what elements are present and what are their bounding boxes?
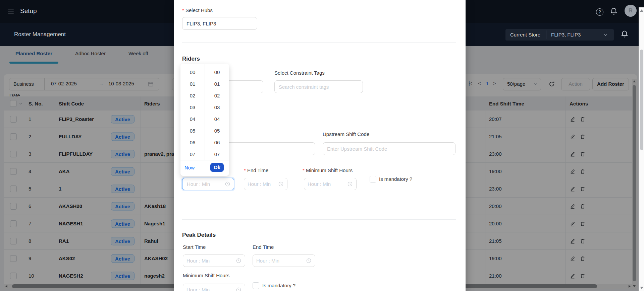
time-picker-footer: Now Ok	[180, 160, 229, 176]
divider	[546, 30, 546, 39]
clock-icon	[347, 181, 353, 187]
section-divider	[182, 219, 456, 220]
peak-min-shift-hours-input[interactable]: Hour : Min	[183, 284, 245, 291]
hour-option[interactable]: 01	[180, 78, 205, 90]
peak-start-placeholder: Hour : Min	[186, 258, 236, 264]
peak-is-mandatory-label: Is mandatory ?	[262, 283, 296, 288]
is-mandatory-label: Is mandatory ?	[379, 176, 412, 182]
app-title: Setup	[20, 7, 37, 15]
hour-option[interactable]: 02	[180, 90, 205, 101]
time-picker-dropdown: 0001020304050607 0001020304050607 Now Ok	[180, 64, 229, 176]
user-avatar[interactable]: R	[625, 5, 637, 17]
chevron-down-icon	[603, 32, 608, 38]
min-shift-hours-input[interactable]: Hour : Min	[304, 178, 357, 190]
peak-is-mandatory-checkbox[interactable]	[253, 282, 259, 289]
minute-option[interactable]: 02	[205, 90, 229, 101]
minute-option[interactable]: 03	[205, 101, 229, 113]
peak-details-heading: Peak Details	[182, 232, 216, 238]
peak-start-time-input[interactable]: Hour : Min	[183, 254, 245, 267]
hour-option[interactable]: 03	[180, 101, 205, 113]
peak-min-shift-hours-label: Minimum Shift Hours	[183, 273, 229, 278]
select-hubs-label: Select Hubs	[182, 7, 213, 13]
start-time-input[interactable]: Hour : Min	[182, 178, 234, 190]
select-hubs-input[interactable]	[182, 17, 257, 30]
store-bell-icon[interactable]	[621, 30, 629, 39]
clock-icon	[236, 258, 241, 264]
constraint-tags-input[interactable]	[274, 80, 363, 93]
help-icon[interactable]: ?	[596, 8, 603, 16]
section-divider	[182, 42, 456, 43]
peak-end-placeholder: Hour : Min	[256, 258, 306, 264]
current-store-value: FLIP3, FLIP3	[551, 32, 581, 38]
end-time-label: End Time	[244, 167, 268, 173]
hours-column: 0001020304050607	[180, 64, 205, 160]
minute-option[interactable]: 00	[205, 66, 229, 78]
end-time-placeholder: Hour : Min	[248, 181, 278, 187]
hour-option[interactable]: 00	[180, 66, 205, 78]
upstream-shift-code-input[interactable]	[323, 142, 455, 155]
modal-scrollbar[interactable]	[639, 7, 644, 291]
minute-option[interactable]: 06	[205, 137, 229, 148]
minute-option[interactable]: 04	[205, 113, 229, 125]
hour-option[interactable]: 05	[180, 125, 205, 137]
constraint-tags-label: Select Constraint Tags	[274, 70, 325, 76]
upstream-shift-code-label: Upstream Shift Code	[323, 131, 369, 137]
min-shift-hours-label: Minimum Shift Hours	[303, 167, 353, 173]
peak-start-time-label: Start Time	[183, 244, 206, 250]
minute-option[interactable]: 07	[205, 148, 229, 160]
notification-bell-icon[interactable]	[610, 7, 618, 16]
app-window: Setup ? R Roster Management Current Stor…	[0, 0, 644, 291]
current-store-label: Current Store	[510, 32, 540, 38]
text-caret	[186, 181, 186, 188]
peak-end-time-input[interactable]: Hour : Min	[253, 254, 315, 267]
clock-icon	[236, 287, 241, 291]
hour-option[interactable]: 07	[180, 148, 205, 160]
riders-heading: Riders	[182, 56, 200, 62]
start-time-placeholder: Hour : Min	[187, 181, 225, 187]
minutes-column: 0001020304050607	[205, 64, 229, 160]
minute-option[interactable]: 01	[205, 78, 229, 90]
modal-scroll-thumb[interactable]	[640, 50, 643, 150]
scroll-down-arrow-icon[interactable]	[640, 287, 643, 289]
is-mandatory-checkbox[interactable]	[370, 176, 376, 183]
clock-icon	[225, 181, 230, 187]
peak-min-placeholder: Hour : Min	[186, 287, 236, 291]
clock-icon	[278, 181, 284, 187]
clock-icon	[306, 258, 312, 264]
peak-end-time-label: End Time	[253, 244, 274, 250]
now-link[interactable]: Now	[184, 165, 195, 170]
min-hours-placeholder: Hour : Min	[308, 181, 347, 187]
minute-option[interactable]: 05	[205, 125, 229, 137]
end-time-input[interactable]: Hour : Min	[244, 178, 287, 190]
page-title: Roster Management	[14, 31, 66, 38]
ok-button[interactable]: Ok	[210, 163, 224, 172]
hour-option[interactable]: 04	[180, 113, 205, 125]
scroll-up-arrow-icon[interactable]	[640, 9, 643, 12]
hour-option[interactable]: 06	[180, 137, 205, 148]
hamburger-menu-icon[interactable]	[8, 9, 14, 13]
current-store-selector[interactable]: Current Store FLIP3, FLIP3	[505, 29, 614, 41]
